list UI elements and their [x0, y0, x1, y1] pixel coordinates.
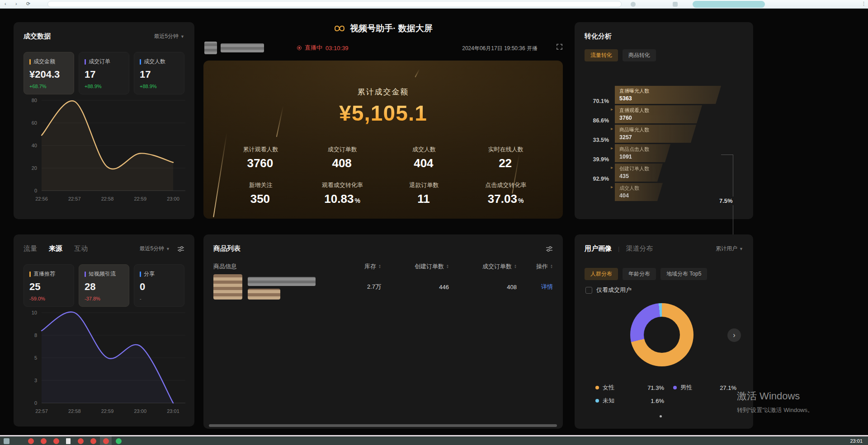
taskbar-app-icon[interactable] — [53, 438, 59, 444]
indicator-bar — [29, 59, 31, 65]
card-value: 25 — [29, 281, 68, 293]
tab-channel-distribution[interactable]: 渠道分布 — [626, 244, 653, 253]
checkbox-icon[interactable] — [585, 287, 592, 294]
chevron-down-icon: ▼ — [166, 247, 170, 251]
svg-text:8: 8 — [34, 333, 37, 338]
legend-item-male: 男性27.1% — [673, 384, 736, 392]
svg-text:40: 40 — [32, 143, 37, 148]
detail-link[interactable]: 详情 — [517, 283, 553, 291]
horizontal-scrollbar[interactable] — [209, 424, 557, 427]
taskbar-app-icon[interactable] — [103, 438, 109, 444]
indicator-bar — [85, 59, 86, 65]
checkbox-label: 仅看成交用户 — [596, 286, 632, 294]
source-card-share[interactable]: 分享 0 - — [134, 264, 184, 307]
taskbar-clock: 23:01 — [850, 438, 863, 444]
source-card-short-video[interactable]: 短视频引流 28 -37.8% — [79, 264, 129, 307]
stat-cell: 新增关注350 — [220, 181, 302, 206]
carousel-dot[interactable] — [660, 415, 662, 417]
product-image-redacted — [213, 274, 242, 300]
tab-traffic[interactable]: 流量 — [24, 244, 37, 253]
column-paid-orders-sort[interactable]: 成交订单数▲▼ — [449, 262, 517, 271]
stat-cell: 成交订单数408 — [302, 145, 383, 170]
taskbar-app-icon[interactable] — [116, 438, 122, 444]
column-action-sort[interactable]: 操作▲▼ — [517, 262, 553, 271]
funnel-stage: 成交人数404 — [615, 183, 663, 201]
tune-filter-icon[interactable] — [177, 245, 184, 253]
stat-cell: 观看成交转化率10.83% — [302, 181, 383, 206]
audience-user-filter-dropdown[interactable]: 累计用户▼ — [716, 245, 743, 253]
card-value: 17 — [85, 69, 123, 80]
source-card-live-recommend[interactable]: 直播推荐 25 -59.0% — [24, 264, 74, 307]
sales-card-amount[interactable]: 成交金额 ¥204.3 +68.7% — [24, 52, 74, 94]
subtab-crowd-distribution[interactable]: 人群分布 — [585, 268, 618, 280]
stat-cell: 点击成交转化率37.03% — [465, 181, 547, 206]
sales-card-orders[interactable]: 成交订单 17 +88.9% — [79, 52, 129, 94]
traffic-time-filter-dropdown[interactable]: 最近5分钟▼ — [139, 245, 170, 253]
svg-text:22:59: 22:59 — [134, 196, 146, 201]
card-delta: -37.8% — [85, 296, 123, 301]
funnel-stage-name: 创建订单人数 — [619, 165, 663, 172]
funnel-step-rate: 39.9% — [575, 156, 609, 163]
card-delta: +88.9% — [85, 84, 123, 89]
browser-extension-icon[interactable] — [673, 2, 678, 7]
conversion-panel-title: 转化分析 — [585, 32, 612, 41]
column-stock-sort[interactable]: 库存▲▼ — [327, 262, 381, 271]
summary-stats-grid: 累计观看人数3760 成交订单数408 成交人数404 实时在线人数22 新增关… — [220, 145, 547, 206]
page-title-text: 视频号助手· 数据大屏 — [350, 23, 433, 34]
card-value: ¥204.3 — [29, 69, 68, 80]
card-value: 0 — [140, 281, 179, 293]
live-dot-icon — [297, 46, 302, 50]
browser-action-button[interactable] — [693, 1, 765, 8]
taskbar-app-icon[interactable] — [41, 438, 47, 444]
column-created-orders-sort[interactable]: 创建订单数▲▼ — [381, 262, 449, 271]
tab-interaction[interactable]: 互动 — [74, 244, 88, 253]
taskbar-app-icon[interactable] — [78, 438, 84, 444]
tab-user-profile[interactable]: 用户画像 — [585, 244, 612, 253]
tab-source[interactable]: 来源 — [49, 244, 62, 253]
live-info-bar: 直播中 03:10:39 2024年06月17日 19:50:36 开播 — [203, 42, 563, 55]
browser-back-icon[interactable]: ‹ — [5, 1, 6, 6]
page-title: 视频号助手· 数据大屏 — [203, 23, 563, 34]
legend-dot — [673, 386, 677, 389]
tab-divider: | — [618, 245, 619, 252]
funnel-stage-value: 435 — [619, 173, 663, 179]
svg-text:22:58: 22:58 — [68, 408, 81, 414]
subtab-region-top5[interactable]: 地域分布 Top5 — [660, 268, 707, 280]
donut-legend: 女性71.3% 男性27.1% 未知1.6% — [595, 384, 736, 405]
taskbar-app-icon[interactable] — [66, 438, 71, 444]
browser-refresh-icon[interactable]: ⟳ — [26, 1, 30, 7]
browser-menu-icon[interactable]: ⋮ — [861, 1, 866, 7]
taskbar-app-icon[interactable] — [90, 438, 96, 444]
funnel-stage-value: 1091 — [619, 154, 670, 160]
funnel-stage: 商品点击人数1091 — [615, 144, 670, 162]
tab-traffic-conversion[interactable]: 流量转化 — [585, 49, 618, 61]
subtab-age-distribution[interactable]: 年龄分布 — [623, 268, 656, 280]
svg-text:23:00: 23:00 — [134, 408, 146, 414]
fullscreen-icon[interactable] — [556, 43, 563, 52]
taskbar-start-icon[interactable] — [4, 438, 9, 444]
gmv-summary-panel: 累计成交金额 ¥5,105.1 累计观看人数3760 成交订单数408 成交人数… — [203, 61, 563, 219]
browser-toolbar: ‹ › ⟳ ⋮ — [0, 0, 868, 9]
funnel-stage: 直播曝光人数5363 — [615, 86, 721, 104]
browser-search-icon[interactable] — [631, 2, 636, 7]
product-info-cell — [213, 274, 327, 300]
live-badge: 直播中 — [305, 44, 322, 52]
svg-text:22:59: 22:59 — [101, 408, 114, 414]
tune-filter-icon[interactable] — [546, 245, 553, 253]
sales-card-buyers[interactable]: 成交人数 17 +88.9% — [134, 52, 184, 94]
browser-forward-icon[interactable]: › — [15, 1, 17, 6]
funnel-stage-value: 404 — [619, 192, 663, 199]
browser-address-bar[interactable] — [47, 1, 622, 7]
svg-text:22:57: 22:57 — [68, 196, 81, 201]
funnel-stage-name: 直播观看人数 — [619, 107, 702, 114]
sales-time-filter-dropdown[interactable]: 最近5分钟▼ — [154, 33, 184, 40]
funnel-step-rate: 33.5% — [575, 137, 609, 143]
next-page-button[interactable]: › — [727, 328, 741, 342]
indicator-bar — [29, 272, 31, 277]
taskbar-app-icon[interactable] — [28, 438, 34, 444]
svg-text:60: 60 — [32, 120, 37, 126]
tab-product-conversion[interactable]: 商品转化 — [623, 49, 656, 61]
card-label: 短视频引流 — [89, 270, 116, 278]
paid-users-only-checkbox[interactable]: 仅看成交用户 — [585, 286, 632, 294]
funnel-stage-name: 成交人数 — [619, 185, 663, 192]
